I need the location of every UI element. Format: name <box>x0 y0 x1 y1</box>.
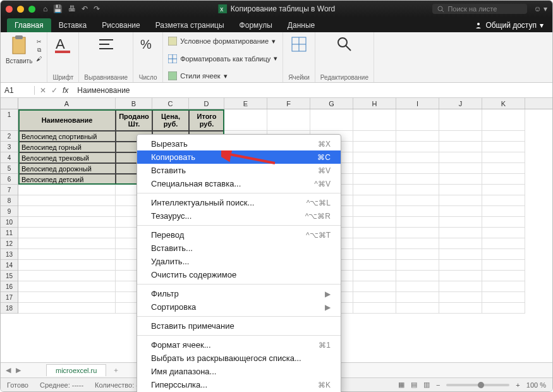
cell[interactable] <box>439 271 482 281</box>
cell[interactable] <box>396 292 439 303</box>
cell[interactable] <box>396 195 439 206</box>
cell[interactable] <box>482 303 525 314</box>
menu-delete[interactable]: Удалить... <box>137 255 341 268</box>
cell[interactable] <box>396 303 439 314</box>
editing-button[interactable] <box>335 35 354 54</box>
cell[interactable] <box>482 185 525 195</box>
cell[interactable] <box>396 142 439 152</box>
row-header[interactable]: 2 <box>1 131 18 142</box>
conditional-formatting-button[interactable]: Условное форматирование ▾ <box>168 36 276 46</box>
cell[interactable] <box>18 206 116 217</box>
copy-icon[interactable]: ⧉ <box>37 47 41 54</box>
cell[interactable] <box>396 185 439 195</box>
cell[interactable] <box>439 163 482 174</box>
menu-clear[interactable]: Очистить содержимое <box>137 268 341 281</box>
menu-sort[interactable]: Сортировка▶ <box>137 300 341 314</box>
row-header[interactable]: 7 <box>1 185 18 195</box>
cell[interactable] <box>18 217 116 228</box>
cell[interactable] <box>396 238 439 249</box>
cell-styles-button[interactable]: Стили ячеек ▾ <box>168 71 227 81</box>
cell[interactable] <box>18 271 116 281</box>
cell[interactable] <box>482 260 525 271</box>
home-icon[interactable]: ⌂ <box>43 4 47 13</box>
cell[interactable] <box>439 174 482 185</box>
sheet-nav-prev-icon[interactable]: ▶ <box>16 366 21 374</box>
cell[interactable] <box>439 142 482 152</box>
cell[interactable] <box>353 271 396 281</box>
cell[interactable] <box>396 281 439 292</box>
accept-formula-icon[interactable]: ✓ <box>51 86 58 95</box>
menu-translate[interactable]: Перевод^⌥⌘T <box>137 228 341 242</box>
cell[interactable] <box>18 228 116 238</box>
cell[interactable] <box>482 163 525 174</box>
cell[interactable] <box>396 174 439 185</box>
cell[interactable] <box>482 292 525 303</box>
row-header[interactable]: 10 <box>1 217 18 228</box>
menu-pick-from-list[interactable]: Выбрать из раскрывающегося списка... <box>137 352 341 365</box>
number-button[interactable]: % <box>138 35 157 54</box>
cell[interactable] <box>396 217 439 228</box>
cell[interactable] <box>353 185 396 195</box>
tab-formulas[interactable]: Формулы <box>232 18 280 32</box>
cell[interactable] <box>396 260 439 271</box>
cell[interactable] <box>353 228 396 238</box>
cell[interactable] <box>482 228 525 238</box>
table-header[interactable]: Цена, руб. <box>152 109 189 131</box>
cell[interactable] <box>18 260 116 271</box>
cell[interactable] <box>439 292 482 303</box>
formula-input[interactable]: Наименование <box>73 86 130 95</box>
cell[interactable] <box>482 281 525 292</box>
menu-hyperlink[interactable]: Гиперссылка...⌘K <box>137 378 341 391</box>
menu-copy[interactable]: Копировать⌘C <box>137 150 341 164</box>
cell[interactable] <box>439 238 482 249</box>
cell[interactable] <box>482 131 525 142</box>
cell[interactable] <box>482 238 525 249</box>
redo-icon[interactable]: ↷ <box>94 4 100 13</box>
row-header[interactable]: 8 <box>1 195 18 206</box>
cell[interactable] <box>353 303 396 314</box>
zoom-out-button[interactable]: − <box>436 381 440 389</box>
cell[interactable] <box>482 152 525 163</box>
col-header[interactable]: F <box>267 98 310 109</box>
sheet-nav-first-icon[interactable]: ◀ <box>1 366 16 374</box>
row-header[interactable]: 11 <box>1 228 18 238</box>
col-header[interactable]: B <box>116 98 152 109</box>
name-box[interactable]: A1 <box>1 86 35 95</box>
table-header[interactable]: Наименование <box>18 109 116 131</box>
row-header[interactable]: 12 <box>1 238 18 249</box>
view-pagebreak-icon[interactable]: ▥ <box>423 381 430 389</box>
cell[interactable] <box>482 217 525 228</box>
tab-insert[interactable]: Вставка <box>51 18 95 32</box>
undo-icon[interactable]: ↶ <box>82 4 88 13</box>
tab-home[interactable]: Главная <box>7 18 51 32</box>
table-cell[interactable]: Велосипед дорожный <box>18 163 116 174</box>
row-header[interactable]: 6 <box>1 174 18 185</box>
row-header[interactable]: 16 <box>1 281 18 292</box>
view-normal-icon[interactable]: ▦ <box>398 381 404 389</box>
cell[interactable] <box>353 260 396 271</box>
col-header[interactable]: H <box>353 98 396 109</box>
menu-insert[interactable]: Вставить... <box>137 242 341 255</box>
print-icon[interactable]: 🖶 <box>68 4 76 13</box>
menu-smart-lookup[interactable]: Интеллектуальный поиск...^⌥⌘L <box>137 196 341 209</box>
cell[interactable] <box>18 238 116 249</box>
minimize-window-button[interactable] <box>17 6 24 13</box>
cell[interactable] <box>18 185 116 195</box>
cell[interactable] <box>439 303 482 314</box>
cell[interactable] <box>353 249 396 260</box>
col-header[interactable]: E <box>224 98 267 109</box>
cell[interactable] <box>439 281 482 292</box>
cell[interactable] <box>439 131 482 142</box>
cell[interactable] <box>482 109 525 131</box>
row-header[interactable]: 15 <box>1 271 18 281</box>
cell[interactable] <box>396 206 439 217</box>
cell[interactable] <box>482 206 525 217</box>
cell[interactable] <box>439 249 482 260</box>
cell[interactable] <box>396 271 439 281</box>
cell[interactable] <box>482 142 525 152</box>
sheet-tab[interactable]: microexcel.ru <box>46 364 106 376</box>
paste-button[interactable]: Вставить <box>6 35 32 64</box>
cell[interactable] <box>353 217 396 228</box>
cell[interactable] <box>353 109 396 131</box>
format-as-table-button[interactable]: Форматировать как таблицу ▾ <box>168 54 277 64</box>
